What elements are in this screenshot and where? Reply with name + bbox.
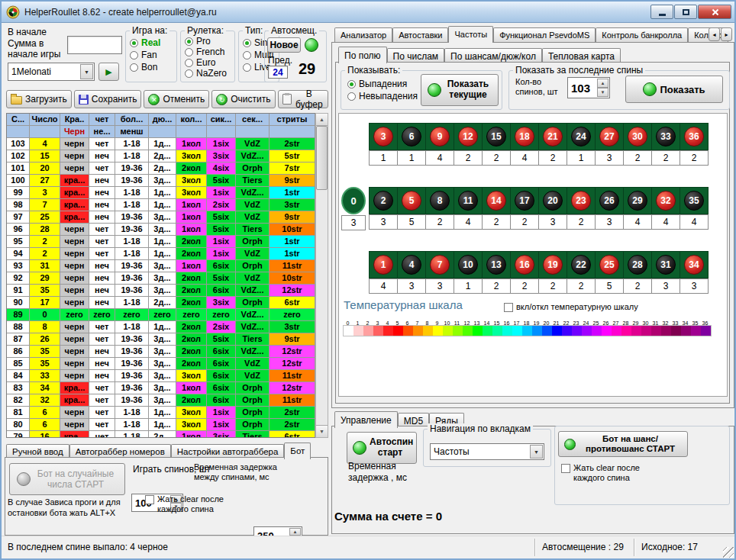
table-row[interactable]: 8433черннеч19-363д...3кол6sixVdZ11str [7,370,315,382]
table-row[interactable]: 8726чернчет19-363д...2кол5sixTiers9str [7,333,315,346]
table-row[interactable]: 9628чернчет19-363д...1кол5sixTiers10str [7,224,315,236]
table-scrollbar[interactable]: ▲ ▼ [315,113,328,438]
status-last-spin: В последнем спине выпало: 4 черное [8,542,168,552]
table-row[interactable]: 10215черннеч1-182д...3кол3sixVdZ...5str [7,150,315,163]
table-row[interactable]: 8334кра...чет19-363д...1кол6sixOrph12str [7,382,315,394]
field-count-cell: 2 [623,278,652,294]
table-row[interactable]: 10027кра...неч19-363д...3кол5sixTiers9st… [7,175,315,187]
spin-count-stepper[interactable]: 103 ▲▼ [567,77,610,98]
number-chip: 10 [458,255,478,275]
table-cell: 94 [7,248,30,260]
spin-down-icon[interactable]: ▼ [597,88,608,97]
table-row[interactable]: 987кра...неч1-181д...1кол2sixVdZ3str [7,199,315,211]
table-cell: 10str [270,224,315,236]
new-shift-button[interactable]: Новое [267,37,301,53]
radio-Bon[interactable]: Bon [130,62,176,72]
table-row[interactable]: 9135черннеч19-363д...2кол6sixVdZ...12str [7,285,315,297]
start-sum-input[interactable] [67,36,122,54]
chevron-down-icon[interactable]: ▼ [80,64,93,79]
clear-after-spin-checkbox-row[interactable]: Жать clear после каждого спина [561,463,645,483]
toolbar-folder-button[interactable]: Загрузить [6,90,72,108]
preset-combobox[interactable]: 1Melonati ▼ [8,63,95,81]
tab-control-1[interactable]: Управление [334,411,398,428]
table-row[interactable]: 952чернчет1-181д...2кол1sixOrph1str [7,236,315,248]
table-cell: 3кол [176,175,207,187]
checkbox-icon[interactable] [145,495,154,504]
scrollbar-thumb[interactable] [316,126,328,190]
radio-Euro[interactable]: Euro [185,57,234,68]
show-button[interactable]: Показать [625,76,723,103]
tab-freq-1[interactable]: По полю [338,47,387,63]
toolbar-clipboard-button[interactable]: В буфер [278,90,328,108]
table-row[interactable]: 9725кра...неч19-363д...1кол5sixVdZ9str [7,211,315,224]
table-cell: 5str [270,150,315,163]
table-row[interactable]: 9229черннеч19-363д...2кол5sixVdZ10str [7,272,315,285]
tab-main-2[interactable]: Автоставки [392,27,448,42]
table-row[interactable]: 8635черннеч19-363д...2кол6sixVdZ...12str [7,346,315,358]
tab-main-3[interactable]: Частоты [448,26,493,43]
radio-NaZero[interactable]: NaZero [185,68,234,79]
table-row[interactable]: 993кра...неч1-181д...3кол1sixVdZ...1str [7,187,315,199]
table-cell: 6six [207,370,236,382]
spin-up-icon[interactable]: ▲ [597,79,608,88]
autospin-start-button[interactable]: Автоспин старт [347,432,417,464]
play-button[interactable]: ▶ [98,63,119,81]
column-header: дю... [149,114,176,126]
maximize-icon [683,9,689,15]
table-cell: 1str [270,236,315,248]
temperature-toggle-row[interactable]: вкл/откл температурную шкалу [504,302,638,312]
table-row[interactable]: 1034чернчет1-181д...1кол1sixVdZ2str [7,138,315,150]
number-chip: 6 [402,127,421,146]
radio-Выпадения[interactable]: Выпадения [347,79,418,89]
chevron-down-icon[interactable]: ▼ [530,445,543,459]
table-row[interactable]: 7916кра...чет1-182д...1кол3sixTiers6str [7,431,315,438]
table-row[interactable]: 9331черннеч19-363д...1кол6sixOrph11str [7,260,315,272]
scroll-down-icon[interactable]: ▼ [316,425,328,437]
table-row[interactable]: 816чернчет1-181д...3кол1sixOrph2str [7,407,315,419]
field-number-cell: 5 [397,187,426,214]
minimize-button[interactable] [650,5,673,19]
toolbar-clear-button[interactable]: Очистить [211,90,275,108]
table-row[interactable]: 890zerozerozerozerozerozeroVdZ...zero [7,309,315,321]
checkbox-icon[interactable] [504,303,513,312]
radio-French[interactable]: French [185,47,234,57]
table-row[interactable]: 8535черннеч19-363д...2кол6sixVdZ12str [7,358,315,370]
spin-up-icon[interactable]: ▲ [289,528,301,536]
toolbar-floppy-button[interactable]: Сохранить [74,90,142,108]
chance-bot-start-button[interactable]: Бот на шанс/противошанс СТАРТ [558,431,688,457]
tab-scroll-right-icon[interactable]: ▸ [721,27,732,41]
table-row[interactable]: 9017черннеч1-182д...2кол3sixOrph6str [7,297,315,309]
close-button[interactable] [698,5,731,19]
table-row[interactable]: 942чернчет1-181д...2кол1sixVdZ1str [7,248,315,260]
tab-navigation-combobox[interactable]: Частоты ▼ [430,443,544,460]
table-row[interactable]: 806чернчет1-181д...3кол1sixOrph2str [7,419,315,431]
tab-scroll-left-icon[interactable]: ◂ [709,27,720,41]
table-row[interactable]: 8232кра...чет19-363д...2кол6sixOrph11str [7,394,315,407]
resize-grip-icon[interactable] [723,547,734,558]
spin-history-table[interactable]: С...ЧислоКра..четбол...дю...кол...сик...… [6,113,316,438]
clear-after-spin-checkbox-row[interactable]: Жать clear после каждого спина [145,494,224,514]
column-header [7,126,30,138]
tab-main-1[interactable]: Анализатор [334,27,392,42]
tab-freq-3[interactable]: По шансам/дюж/кол [444,48,542,63]
checkbox-icon[interactable] [561,464,570,473]
scroll-up-icon[interactable]: ▲ [316,114,328,126]
tab-freq-2[interactable]: По числам [387,48,445,63]
random-bot-start-button[interactable]: Бот на случайные числа СТАРТ [9,463,125,495]
radio-Pro[interactable]: Pro [185,36,234,47]
table-cell: 84 [7,370,30,382]
table-row[interactable]: 888чернчет1-181д...2кол2sixVdZ...3str [7,321,315,333]
table-cell: 6six [207,285,236,297]
show-current-button[interactable]: Показать текущие [421,74,499,106]
tab-main-5[interactable]: Контроль банкролла [596,27,688,42]
radio-Fan[interactable]: Fan [130,50,176,60]
tab-input-4[interactable]: Бот [284,443,311,459]
title-bar[interactable]: HelperRoullet 8.62 - create helperroulle… [2,2,734,23]
toolbar-undo-button[interactable]: Отменить [144,90,209,108]
maximize-button[interactable] [674,5,697,19]
table-row[interactable]: 10120чернчет19-362д...2кол4sixOrph7str [7,163,315,175]
radio-Real[interactable]: Real [130,37,176,48]
radio-Невыпадения[interactable]: Невыпадения [347,91,418,101]
tab-freq-4[interactable]: Тепловая карта [542,48,621,63]
tab-main-4[interactable]: Функционал PsevdoMS [493,27,596,42]
